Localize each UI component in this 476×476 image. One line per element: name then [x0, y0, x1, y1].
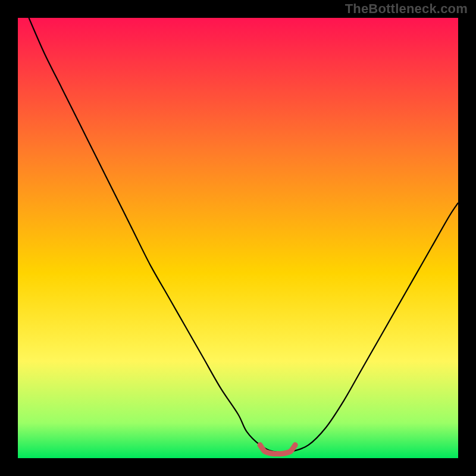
plot-background — [18, 18, 458, 458]
bottleneck-chart — [18, 18, 458, 458]
chart-frame: TheBottleneck.com — [0, 0, 476, 476]
watermark-text: TheBottleneck.com — [345, 1, 468, 17]
